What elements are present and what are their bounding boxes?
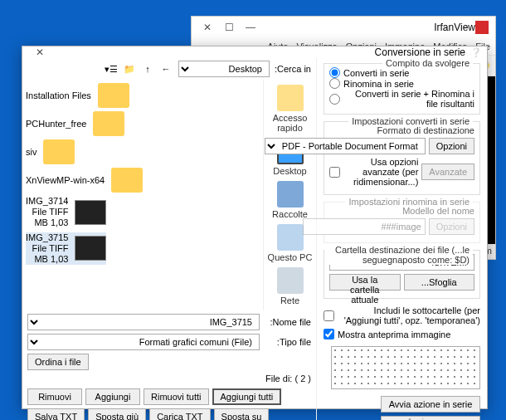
format-label: Formato di destinazione: [329, 125, 474, 135]
back-icon[interactable]: ←: [158, 61, 173, 76]
radio-both-label[interactable]: Converti in serie + Rinomina i file risu…: [343, 89, 474, 109]
folder-icon: [111, 168, 143, 193]
file-count-label: File di: ( 2 ): [22, 374, 316, 385]
rename-group-label: Impostazioni rinomina in serie: [345, 197, 473, 207]
batch-dialog: ❔ Conversione in serie ✕ Compito da svol…: [22, 46, 488, 409]
view-mode-icon[interactable]: ☰▾: [104, 61, 119, 76]
filename-label: Nome file:: [265, 317, 311, 327]
look-in-label: Cerca in:: [275, 64, 311, 74]
folder-item[interactable]: Installation Files: [26, 83, 129, 108]
show-preview-check[interactable]: [324, 329, 334, 339]
dialog-close-button[interactable]: ✕: [34, 46, 46, 58]
place-network[interactable]: Rete: [277, 267, 304, 305]
folder-item[interactable]: siv: [26, 139, 75, 164]
image-item[interactable]: IMG_3714File TIFF1,03 MB: [26, 196, 106, 229]
place-quick-access[interactable]: Accesso rapido: [265, 85, 314, 133]
filetype-combo[interactable]: Formati grafici comuni (File): [27, 334, 260, 350]
add-button[interactable]: Aggiungi: [85, 388, 140, 405]
queue-buttons: Aggiungi tutti Rimuovi tutti Aggiungi Ri…: [22, 385, 316, 420]
preview-thumbnail: [331, 346, 480, 389]
dest-group: Cartella destinazione dei file (...le se…: [324, 250, 480, 299]
filetype-label: Tipo file:: [265, 337, 311, 347]
file-list[interactable]: Installation Files PCHunter_free siv XnV…: [22, 80, 263, 310]
rename-group: Impostazioni rinomina in serie Modello d…: [324, 202, 480, 243]
look-in-combo[interactable]: Desktop: [178, 61, 270, 77]
save-txt-button[interactable]: Salva TXT: [27, 408, 85, 420]
action-group: Compito da svolgere Converti in serie Ri…: [324, 63, 480, 115]
dialog-titlebar: ❔ Conversione in serie ✕: [22, 46, 487, 58]
dest-group-label: Cartella destinazione dei file (...le se…: [324, 245, 473, 265]
main-titlebar: IrfanView — ☐ ✕: [192, 17, 495, 38]
file-browser-bottom: Nome file: IMG_3715 Tipo file: Formati g…: [22, 310, 316, 374]
radio-rename[interactable]: [329, 78, 340, 89]
folder-item[interactable]: XnViewMP-win-x64: [26, 168, 143, 193]
remove-all-button[interactable]: Rimuovi tutti: [144, 388, 209, 405]
convert-group-label: Impostazioni converti in serie: [348, 116, 473, 126]
file-browser-top: Cerca in: Desktop ← ↑ 📁 ☰▾: [22, 58, 316, 80]
test-rename-button: Avvia prova rinomina: [381, 416, 480, 420]
folder-icon: [98, 83, 129, 108]
add-all-button[interactable]: Aggiungi tutti: [212, 388, 282, 405]
move-down-button[interactable]: Sposta giù: [88, 408, 146, 420]
dialog-title: Conversione in serie: [375, 46, 465, 58]
image-thumb-icon: [75, 200, 106, 225]
new-folder-icon[interactable]: 📁: [122, 61, 137, 76]
advanced-check-label[interactable]: Usa opzioni avanzate (per ridimensionar.…: [343, 157, 418, 187]
move-up-button[interactable]: Sposta su: [214, 408, 270, 420]
place-collections[interactable]: Raccolte: [272, 181, 308, 219]
image-item[interactable]: IMG_3715File TIFF1,03 MB: [26, 232, 106, 266]
filename-input[interactable]: IMG_3715: [27, 314, 260, 330]
main-title: IrfanView: [434, 22, 475, 33]
radio-convert-label[interactable]: Converti in serie: [343, 68, 409, 78]
dialog-help-icon[interactable]: ❔: [470, 47, 482, 58]
folder-icon: [93, 111, 124, 136]
folder-icon: [43, 139, 75, 164]
include-sub-check[interactable]: [324, 310, 334, 321]
settings-panel: Compito da svolgere Converti in serie Ri…: [316, 58, 487, 420]
up-icon[interactable]: ↑: [140, 61, 155, 76]
radio-convert[interactable]: [329, 67, 340, 78]
use-current-button[interactable]: Usa la cartella attuale: [329, 274, 401, 291]
sort-button[interactable]: Ordina i file: [27, 354, 89, 370]
include-sub-label[interactable]: Includi le sottocartelle (per 'Aggiungi …: [338, 305, 480, 325]
app-logo-icon: [475, 21, 489, 34]
model-input: [303, 218, 426, 235]
show-preview-label[interactable]: Mostra anteprima immagine: [338, 330, 450, 339]
radio-both[interactable]: [329, 94, 340, 105]
model-label: Modello del nome: [329, 206, 474, 216]
run-button[interactable]: Avvia azione in serie: [381, 396, 480, 413]
remove-button[interactable]: Rimuovi: [27, 388, 82, 405]
browse-button[interactable]: Sfoglia...: [404, 274, 475, 291]
close-button[interactable]: ✕: [202, 22, 213, 33]
folder-item[interactable]: PCHunter_free: [26, 111, 124, 136]
action-group-label: Compito da svolgere: [382, 58, 473, 68]
file-browser-panel: Cerca in: Desktop ← ↑ 📁 ☰▾ Accesso rapid…: [22, 58, 316, 420]
convert-group: Impostazioni converti in serie Formato d…: [324, 121, 480, 195]
load-txt-button[interactable]: Carica TXT: [149, 408, 210, 420]
places-bar: Accesso rapido Desktop Raccolte Questo P…: [263, 80, 316, 310]
rename-options-button: Opzioni: [429, 218, 474, 235]
format-options-button[interactable]: Opzioni: [429, 138, 474, 154]
maximize-button[interactable]: ☐: [223, 22, 235, 33]
advanced-check[interactable]: [329, 167, 340, 178]
radio-rename-label[interactable]: Rinomina in serie: [343, 79, 414, 89]
minimize-button[interactable]: —: [245, 22, 256, 33]
format-combo[interactable]: PDF - Portable Document Format: [265, 138, 426, 154]
advanced-button[interactable]: Avanzate: [421, 164, 474, 180]
image-thumb-icon: [75, 236, 106, 261]
